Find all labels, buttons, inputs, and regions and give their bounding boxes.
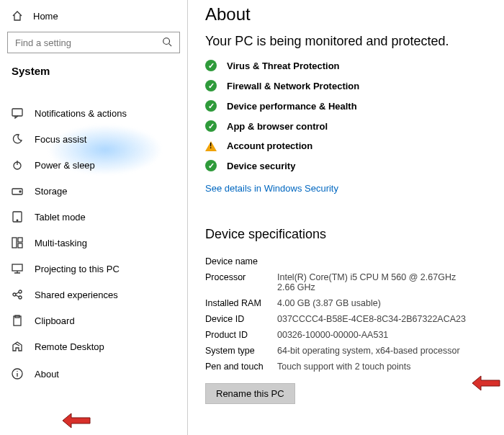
warning-icon xyxy=(205,141,217,151)
svg-point-12 xyxy=(19,290,22,293)
svg-point-4 xyxy=(19,191,21,192)
svg-rect-10 xyxy=(12,264,22,271)
nav-label: Storage xyxy=(35,186,68,197)
spec-processor: ProcessorIntel(R) Core(TM) i5 CPU M 560 … xyxy=(205,269,504,295)
annotation-arrow-left xyxy=(61,412,91,429)
nav-label: Tablet mode xyxy=(35,212,86,223)
section-header-system: System xyxy=(4,63,183,87)
status-account: Account protection xyxy=(205,140,504,151)
sidebar-item-power[interactable]: Power & sleep xyxy=(4,152,183,178)
info-icon xyxy=(12,368,23,380)
nav-label: Multi-tasking xyxy=(35,238,87,248)
nav-label: Remote Desktop xyxy=(35,341,104,352)
spec-ram: Installed RAM4.00 GB (3.87 GB usable) xyxy=(205,295,504,311)
sidebar-item-multitask[interactable]: Multi-tasking xyxy=(4,230,183,256)
svg-rect-7 xyxy=(12,238,17,248)
annotation-arrow-right xyxy=(471,375,501,392)
multitask-icon xyxy=(12,237,23,248)
sidebar-item-storage[interactable]: Storage xyxy=(4,178,183,204)
rename-pc-button[interactable]: Rename this PC xyxy=(205,383,295,404)
sidebar-item-projecting[interactable]: Projecting to this PC xyxy=(4,256,183,282)
nav-label: About xyxy=(35,369,59,380)
spec-device-id: Device ID037CCCC4-B58E-4CE8-8C34-2B67322… xyxy=(205,311,504,327)
sidebar-item-about[interactable]: About xyxy=(4,359,183,388)
spec-device-name: Device name xyxy=(205,254,504,269)
windows-security-link[interactable]: See details in Windows Security xyxy=(205,183,338,194)
nav-label: Notifications & actions xyxy=(35,108,127,119)
page-title: About xyxy=(205,4,504,24)
tablet-icon xyxy=(12,211,23,223)
status-firewall: ✓Firewall & Network Protection xyxy=(205,80,504,91)
main-panel: About Your PC is being monitored and pro… xyxy=(187,0,504,435)
project-icon xyxy=(12,263,23,274)
message-icon xyxy=(12,107,23,119)
svg-rect-1 xyxy=(12,109,22,116)
nav-label: Projecting to this PC xyxy=(35,264,120,274)
status-performance: ✓Device performance & Health xyxy=(205,100,504,112)
home-icon xyxy=(12,10,23,22)
sidebar-item-tablet[interactable]: Tablet mode xyxy=(4,204,183,230)
nav-label: Focus assist xyxy=(35,134,86,145)
sidebar: Home System Notifications & actions Focu… xyxy=(0,0,187,435)
search-input-container[interactable] xyxy=(7,32,180,53)
device-specs-header: Device specifications xyxy=(205,227,504,242)
svg-point-0 xyxy=(163,37,170,44)
svg-point-6 xyxy=(17,220,18,221)
check-icon: ✓ xyxy=(205,100,217,112)
nav-label: Clipboard xyxy=(35,315,75,326)
power-icon xyxy=(12,159,23,171)
sidebar-item-notifications[interactable]: Notifications & actions xyxy=(4,100,183,126)
nav-list: Notifications & actions Focus assist Pow… xyxy=(4,87,183,388)
sidebar-item-home[interactable]: Home xyxy=(4,6,183,29)
search-input[interactable] xyxy=(15,37,162,48)
status-browser: ✓App & browser control xyxy=(205,120,504,132)
page-subhead: Your PC is being monitored and protected… xyxy=(205,33,504,50)
clipboard-icon xyxy=(12,315,23,326)
check-icon: ✓ xyxy=(205,60,217,71)
sidebar-item-remote[interactable]: Remote Desktop xyxy=(4,333,183,359)
nav-label: Shared experiences xyxy=(35,290,118,300)
share-icon xyxy=(12,289,23,300)
svg-rect-9 xyxy=(18,243,22,248)
device-specs-table: Device name ProcessorIntel(R) Core(TM) i… xyxy=(205,254,504,375)
status-virus: ✓Virus & Threat Protection xyxy=(205,60,504,71)
drive-icon xyxy=(12,185,23,197)
search-icon xyxy=(162,37,172,49)
spec-pen-touch: Pen and touchTouch support with 2 touch … xyxy=(205,359,504,375)
home-label: Home xyxy=(33,11,58,22)
sidebar-item-shared[interactable]: Shared experiences xyxy=(4,282,183,308)
nav-label: Power & sleep xyxy=(35,160,95,171)
status-device-security: ✓Device security xyxy=(205,160,504,171)
svg-rect-8 xyxy=(18,238,22,242)
remote-icon xyxy=(12,341,23,352)
status-list: ✓Virus & Threat Protection ✓Firewall & N… xyxy=(205,60,504,171)
sidebar-item-focus[interactable]: Focus assist xyxy=(4,126,183,152)
spec-product-id: Product ID00326-10000-00000-AA531 xyxy=(205,327,504,343)
moon-icon xyxy=(12,133,23,145)
sidebar-item-clipboard[interactable]: Clipboard xyxy=(4,308,183,333)
svg-point-13 xyxy=(19,296,22,299)
check-icon: ✓ xyxy=(205,160,217,171)
check-icon: ✓ xyxy=(205,120,217,132)
check-icon: ✓ xyxy=(205,80,217,91)
spec-system-type: System type64-bit operating system, x64-… xyxy=(205,343,504,359)
svg-point-11 xyxy=(13,293,16,296)
